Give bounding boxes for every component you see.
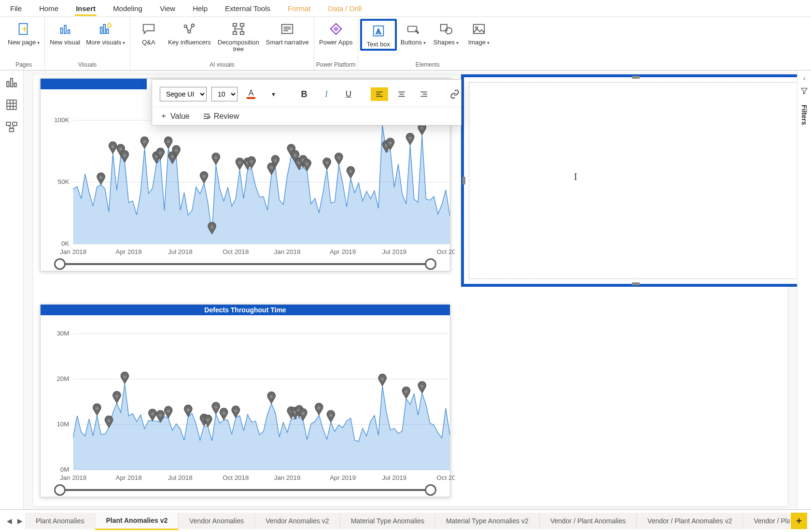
review-button[interactable]: Review	[202, 112, 239, 121]
ribbon-group-pages: New pagePages	[3, 17, 45, 70]
page-tab[interactable]: Plant Anomalies v2	[95, 512, 179, 530]
page-tab[interactable]: Material Type Anomalies v2	[435, 513, 540, 529]
svg-rect-5	[68, 30, 70, 34]
svg-text:Jul 2019: Jul 2019	[382, 474, 406, 481]
tab-view[interactable]: View	[152, 1, 183, 16]
filters-pane-icon[interactable]	[800, 87, 808, 96]
svg-rect-15	[233, 24, 237, 27]
tab-home[interactable]: Home	[31, 1, 67, 16]
filters-pane-label[interactable]: Filters	[800, 105, 808, 125]
svg-point-73	[210, 225, 213, 228]
svg-text:Jan 2018: Jan 2018	[60, 248, 86, 255]
visual-top-title	[41, 79, 147, 89]
ribbon-smart-narrative[interactable]: Smart narrative	[263, 19, 312, 47]
expand-right-pane[interactable]: ‹	[803, 74, 806, 82]
tab-external-tools[interactable]: External Tools	[217, 1, 279, 16]
font-family-select[interactable]: Segoe UI	[160, 87, 207, 101]
ribbon-new-visual[interactable]: New visual	[47, 19, 83, 47]
slider-bottom-left-handle[interactable]	[54, 484, 66, 496]
svg-point-91	[409, 137, 412, 140]
svg-text:Jan 2018: Jan 2018	[60, 474, 86, 481]
bold-button[interactable]: B	[295, 87, 313, 101]
bottom-date-slider[interactable]	[60, 489, 431, 491]
svg-point-68	[159, 152, 162, 154]
add-page-button[interactable]: +	[791, 513, 807, 529]
data-view-icon[interactable]	[5, 98, 18, 111]
svg-rect-4	[64, 26, 66, 34]
align-left-button[interactable]	[371, 87, 388, 101]
svg-rect-18	[240, 32, 244, 35]
ribbon-shapes[interactable]: Shapes	[430, 19, 462, 47]
tab-format[interactable]: Format	[280, 1, 319, 16]
ribbon-group-label: Power Platform	[316, 60, 356, 70]
sel-handle-w[interactable]	[462, 177, 465, 184]
font-color-caret[interactable]: ▾	[265, 87, 282, 101]
ribbon-more-visuals[interactable]: More visuals	[83, 19, 128, 47]
font-size-select[interactable]: 10	[211, 87, 238, 101]
page-tab[interactable]: Vendor / Plant Anomalies v2	[637, 513, 743, 529]
svg-text:Oct 2019: Oct 2019	[437, 474, 455, 481]
italic-button[interactable]: I	[318, 87, 335, 101]
svg-rect-45	[10, 128, 14, 132]
ribbon-key-influencers[interactable]: Key influencers	[165, 19, 214, 47]
svg-rect-7	[103, 25, 105, 34]
align-center-button[interactable]	[393, 87, 410, 101]
sel-handle-s[interactable]	[632, 282, 640, 285]
align-right-button[interactable]	[415, 87, 433, 101]
slider-top-right-handle[interactable]	[425, 258, 436, 270]
tab-insert[interactable]: Insert	[68, 1, 104, 16]
svg-point-112	[123, 375, 126, 378]
page-tab[interactable]: Vendor / Plant Ano…	[743, 513, 790, 529]
page-tab[interactable]: Plant Anomalies	[25, 513, 95, 529]
add-value-button[interactable]: ＋ Value	[160, 111, 190, 121]
review-icon	[202, 112, 211, 121]
top-date-slider[interactable]	[60, 263, 431, 265]
slider-bottom-right-handle[interactable]	[425, 484, 436, 496]
svg-text:50K: 50K	[58, 178, 70, 185]
page-tab[interactable]: Vendor Anomalies v2	[255, 513, 340, 529]
page-scroll-right[interactable]: ▶	[14, 514, 25, 528]
model-view-icon[interactable]	[5, 121, 18, 133]
svg-point-85	[325, 161, 328, 164]
svg-text:Oct 2018: Oct 2018	[223, 248, 249, 255]
svg-point-77	[250, 160, 253, 163]
sel-handle-n[interactable]	[632, 76, 640, 79]
page-scroll-left[interactable]: ◀	[4, 514, 14, 528]
svg-rect-44	[13, 122, 17, 126]
text-format-toolbar: Segoe UI 10 A ▾ B I U	[152, 79, 461, 126]
ribbon-image[interactable]: Image	[462, 19, 495, 47]
textbox-content[interactable]	[469, 82, 797, 279]
ribbon-buttons[interactable]: Buttons	[397, 19, 430, 47]
tab-data-drill[interactable]: Data / Drill	[320, 1, 370, 16]
underline-button[interactable]: U	[340, 87, 357, 101]
ribbon-new-page[interactable]: New page	[5, 19, 42, 47]
page-tab[interactable]: Material Type Anomalies	[340, 513, 435, 529]
new-visual-label: New visual	[50, 39, 80, 46]
svg-point-109	[96, 407, 98, 410]
report-view-icon[interactable]	[5, 76, 18, 89]
svg-point-122	[270, 395, 273, 398]
svg-point-71	[175, 149, 178, 152]
svg-text:Jan 2019: Jan 2019	[274, 474, 301, 481]
more-visuals-icon	[98, 21, 114, 37]
tab-modeling[interactable]: Modeling	[105, 1, 151, 16]
svg-text:Jan 2019: Jan 2019	[274, 248, 301, 255]
tab-file[interactable]: File	[2, 1, 30, 16]
report-canvas[interactable]: 0K50K100KJan 2018Apr 2018Jul 2018Oct 201…	[33, 75, 787, 506]
tab-help[interactable]: Help	[184, 1, 216, 16]
image-icon	[471, 21, 487, 37]
ribbon-qna[interactable]: Q&A	[132, 19, 165, 47]
svg-point-126	[302, 412, 305, 415]
svg-point-131	[420, 385, 423, 388]
page-tab[interactable]: Vendor Anomalies	[179, 513, 255, 529]
visual-bottom-chart[interactable]: Defects Throughout Time 0M10M20M30MJan 2…	[40, 304, 450, 497]
page-tab[interactable]: Vendor / Plant Anomalies	[540, 513, 637, 529]
ribbon-decomposition-tree[interactable]: Decomposition tree	[214, 19, 263, 54]
slider-top-left-handle[interactable]	[54, 258, 66, 270]
ribbon-power-apps[interactable]: Power Apps	[316, 19, 355, 47]
font-color-button[interactable]: A	[242, 87, 260, 101]
visual-textbox-selected[interactable]: I	[461, 74, 797, 287]
ribbon-text-box[interactable]: AText box	[360, 19, 397, 51]
hyperlink-button[interactable]	[446, 87, 463, 101]
svg-point-116	[187, 408, 190, 411]
